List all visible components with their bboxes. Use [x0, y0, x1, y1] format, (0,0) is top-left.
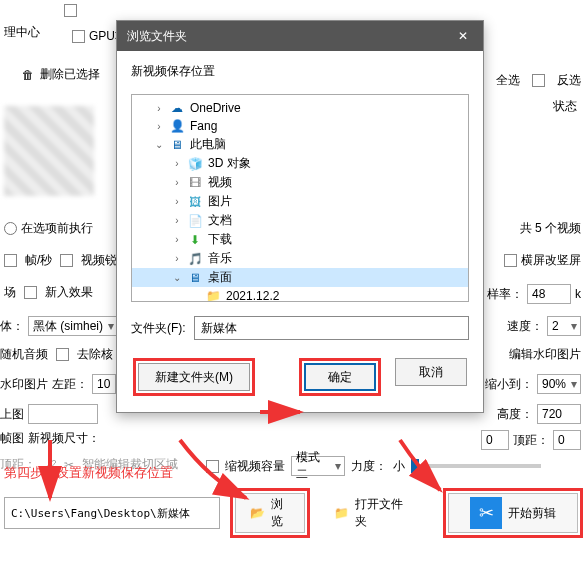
caret-icon: ›	[154, 103, 164, 114]
top2-input[interactable]: 0	[553, 430, 581, 450]
gpu-checkbox[interactable]	[72, 30, 85, 43]
ok-button[interactable]: 确定	[304, 363, 376, 391]
start-label: 开始剪辑	[508, 505, 556, 522]
status-label: 状态	[553, 98, 577, 115]
tree-node-label: 2021.12.2	[226, 289, 279, 302]
tree-node-label: OneDrive	[190, 101, 241, 115]
delete-icon: 🗑	[20, 67, 36, 83]
tree-item[interactable]: ⌄🖥桌面	[132, 268, 468, 287]
height-label: 高度：	[497, 406, 533, 423]
speed-select[interactable]: 2	[547, 316, 581, 336]
caret-icon: ›	[172, 253, 182, 264]
tree-node-label: 下载	[208, 231, 232, 248]
speed-label: 速度：	[507, 318, 543, 335]
tree-node-label: 3D 对象	[208, 155, 251, 172]
mode-select[interactable]: 模式二	[291, 456, 345, 476]
open-folder-button[interactable]: 📁 打开文件夹	[320, 493, 423, 533]
scissors-icon: ✂	[470, 497, 502, 529]
dialog-titlebar[interactable]: 浏览文件夹 ✕	[117, 21, 483, 51]
folder-field-label: 文件夹(F):	[131, 320, 186, 337]
top-input[interactable]: 0	[481, 430, 509, 450]
tree-node-icon: 📄	[187, 213, 203, 229]
strength-slider[interactable]	[411, 464, 541, 468]
browse-label: 浏览	[271, 496, 290, 530]
step4-label: 第四步：设置新视频保存位置	[4, 464, 173, 482]
left-input[interactable]: 10	[92, 374, 116, 394]
annotation-box: 📂 浏览	[230, 488, 310, 538]
frame-label: 帧图	[0, 430, 24, 447]
delete-selected-label: 删除已选择	[40, 66, 100, 83]
left-label: 左距：	[52, 376, 88, 393]
tree-node-label: 视频	[208, 174, 232, 191]
caret-icon: ⌄	[154, 139, 164, 150]
sharpen-checkbox[interactable]	[60, 254, 73, 267]
folder-open-icon: 📂	[250, 506, 265, 520]
browse-button[interactable]: 📂 浏览	[235, 493, 305, 533]
tree-item[interactable]: ›🎞视频	[132, 173, 468, 192]
rand-audio-label: 随机音频	[0, 346, 48, 363]
shrink-select[interactable]: 90%	[537, 374, 581, 394]
tree-item[interactable]: ›🖼图片	[132, 192, 468, 211]
cancel-button[interactable]: 取消	[395, 358, 467, 386]
tree-item[interactable]: ›🎵音乐	[132, 249, 468, 268]
strength-label: 力度：	[351, 458, 387, 475]
tree-item[interactable]: ›👤Fang	[132, 117, 468, 135]
tree-item[interactable]: ›⬇下载	[132, 230, 468, 249]
video-count: 共 5 个视频	[520, 220, 581, 237]
annotation-box: 新建文件夹(M)	[133, 358, 255, 396]
scene-label: 场	[4, 284, 16, 301]
select-all-label: 全选	[496, 72, 520, 89]
remove-checkbox[interactable]	[56, 348, 69, 361]
font-select[interactable]: 黑体 (simhei)	[28, 316, 118, 336]
tree-node-icon: 🎵	[187, 251, 203, 267]
tree-item[interactable]: ⌄🖥此电脑	[132, 135, 468, 154]
new-folder-button[interactable]: 新建文件夹(M)	[138, 363, 250, 391]
new-effect-checkbox[interactable]	[24, 286, 37, 299]
save-path-input[interactable]	[4, 497, 220, 529]
invert-label: 反选	[557, 72, 581, 89]
portrait-checkbox[interactable]	[504, 254, 517, 267]
tree-item[interactable]: 📁2021.12.2	[132, 287, 468, 302]
tree-node-icon: ⬇	[187, 232, 203, 248]
tree-item[interactable]: ›☁OneDrive	[132, 99, 468, 117]
checkbox[interactable]	[64, 4, 77, 17]
caret-icon: ›	[172, 158, 182, 169]
shrink-vid-label: 缩视频容量	[225, 458, 285, 475]
fps-checkbox[interactable]	[4, 254, 17, 267]
k-label: k	[575, 287, 581, 301]
dialog-title: 浏览文件夹	[127, 28, 187, 45]
caret-icon: ›	[172, 196, 182, 207]
tree-node-icon: 🖼	[187, 194, 203, 210]
folder-name-input[interactable]	[194, 316, 469, 340]
folder-icon: 📁	[334, 506, 349, 520]
top-label: 顶距：	[513, 432, 549, 449]
tree-node-icon: 🖥	[169, 137, 185, 153]
edit-wm-label[interactable]: 编辑水印图片	[509, 347, 581, 361]
thumbnail-blur	[4, 106, 94, 196]
tree-item[interactable]: ›🧊3D 对象	[132, 154, 468, 173]
shrink-label: 缩小到：	[485, 376, 533, 393]
height-input[interactable]: 720	[537, 404, 581, 424]
caret-icon: ›	[172, 177, 182, 188]
remove-label: 去除核	[77, 346, 113, 363]
tree-item[interactable]: ›📄文档	[132, 211, 468, 230]
sample-label: 样率：	[487, 286, 523, 303]
run-before-label: 在选项前执行	[21, 220, 93, 237]
caret-icon: ›	[172, 234, 182, 245]
sample-input[interactable]: 48	[527, 284, 571, 304]
upimg-input[interactable]	[28, 404, 98, 424]
invert-checkbox[interactable]	[532, 74, 545, 87]
bottom-bar: 📂 浏览 📁 打开文件夹 ✂ 开始剪辑	[4, 488, 583, 538]
tree-node-icon: 📁	[205, 288, 221, 302]
newdim-label: 新视频尺寸：	[28, 430, 100, 447]
portrait-label: 横屏改竖屏	[521, 252, 581, 269]
annotation-box: ✂ 开始剪辑	[443, 488, 583, 538]
run-before-radio[interactable]	[4, 222, 17, 235]
upimg-label: 上图	[0, 406, 24, 423]
tree-node-label: 此电脑	[190, 136, 226, 153]
start-clip-button[interactable]: ✂ 开始剪辑	[448, 493, 578, 533]
close-icon[interactable]: ✕	[453, 29, 473, 43]
folder-tree[interactable]: ›☁OneDrive›👤Fang⌄🖥此电脑›🧊3D 对象›🎞视频›🖼图片›📄文档…	[131, 94, 469, 302]
shrink-vid-checkbox[interactable]	[206, 460, 219, 473]
font-label: 体：	[0, 318, 24, 335]
